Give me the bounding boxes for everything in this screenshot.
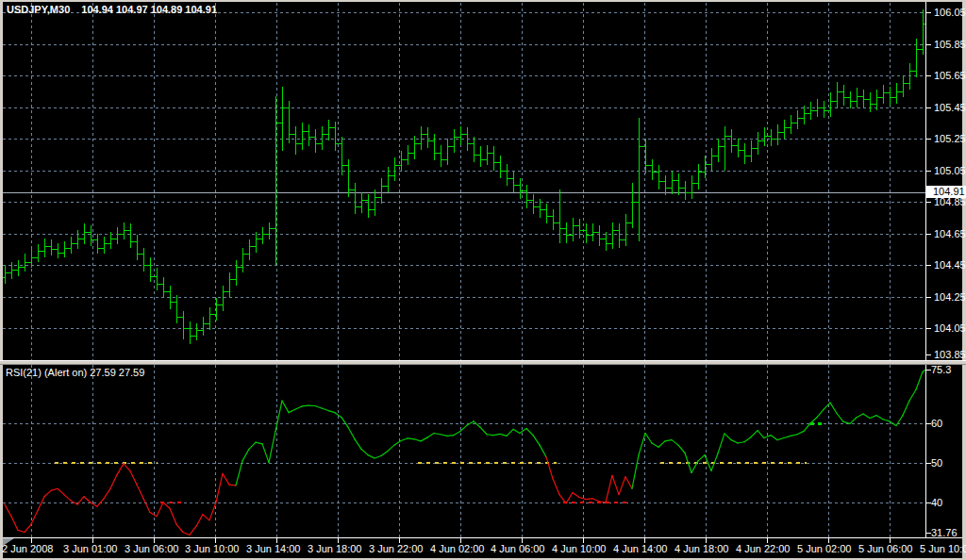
time-axis-label: 4 Jun 14:00 — [613, 543, 668, 554]
time-axis-label: 3 Jun 22:00 — [369, 543, 424, 554]
time-axis-label: 5 Jun 02:00 — [797, 543, 852, 554]
time-axis-label: 3 Jun 14:00 — [246, 543, 301, 554]
time-axis-label: 3 Jun 06:00 — [125, 543, 179, 554]
price-axis-label: 105.45 — [934, 102, 966, 113]
rsi-axis-label: 75.3 — [931, 364, 951, 375]
price-axis-label: 105.25 — [934, 133, 966, 144]
current-price-badge: 104.91 — [926, 186, 966, 198]
current-ohlc-values: 104.94 104.97 104.89 104.91 — [81, 4, 217, 15]
rsi-axis-label: 40 — [931, 497, 942, 508]
time-axis-label: 4 Jun 06:00 — [491, 543, 545, 554]
time-axis-label: 3 Jun 01:00 — [63, 543, 118, 554]
price-axis-label: 104.25 — [934, 291, 966, 303]
price-axis-label: 104.45 — [934, 259, 966, 271]
symbol-period-label: USDJPY,M30 — [7, 4, 70, 15]
price-axis-label: 104.65 — [934, 228, 966, 239]
time-axis-label: 4 Jun 02:00 — [430, 543, 485, 554]
rsi-axis-label: 50 — [931, 457, 942, 469]
chart-title: USDJPY,M30104.94 104.97 104.89 104.91 — [7, 4, 217, 15]
time-axis-label: 4 Jun 10:00 — [552, 543, 607, 554]
rsi-axis-label: 31.76 — [931, 527, 958, 538]
time-axis-label: 4 Jun 18:00 — [675, 543, 729, 554]
time-axis-label: 5 Jun 10:00 — [920, 543, 966, 554]
trading-terminal-window: USDJPY,M30104.94 104.97 104.89 104.91 RS… — [0, 0, 966, 560]
time-axis-label: 5 Jun 06:00 — [858, 543, 913, 554]
price-chart-area[interactable] — [3, 2, 925, 360]
price-axis-label: 105.85 — [934, 39, 966, 50]
rsi-axis-label: 60 — [931, 418, 942, 429]
price-axis-label: 105.65 — [934, 70, 966, 81]
price-axis-label: 103.85 — [934, 349, 966, 360]
price-axis-label: 104.05 — [934, 322, 966, 334]
price-axis-label: 105.05 — [934, 165, 966, 176]
rsi-indicator-label: RSI(21) (Alert on) 27.59 27.59 — [6, 367, 144, 378]
time-axis-label: 4 Jun 22:00 — [736, 543, 791, 554]
rsi-indicator-area[interactable] — [3, 365, 925, 537]
time-axis-label: 3 Jun 10:00 — [185, 543, 240, 554]
panel-splitter[interactable] — [0, 360, 966, 365]
history-start-marker-icon — [3, 538, 14, 546]
time-axis-label: 3 Jun 18:00 — [308, 543, 362, 554]
price-axis-label: 106.05 — [934, 7, 966, 18]
